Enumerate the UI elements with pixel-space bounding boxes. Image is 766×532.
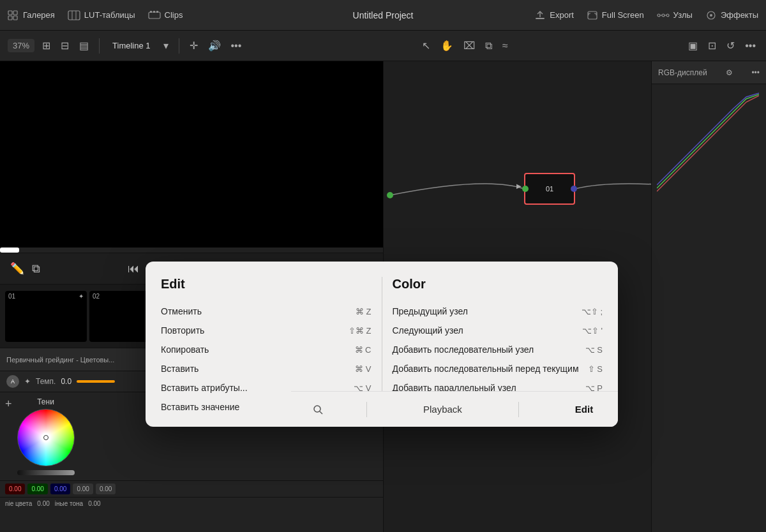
clip-1-marker: ✦ <box>79 293 84 300</box>
nav-export[interactable]: Export <box>534 10 574 20</box>
add-seq-shortcut: ⌥ S <box>585 345 603 355</box>
bottom-strip: nie цвета 0.00 іные тона 0.00 <box>0 497 383 510</box>
shadows-label: Тени <box>37 397 54 406</box>
layers-icon[interactable]: ⧉ <box>483 38 495 54</box>
node-input-dot <box>522 186 529 192</box>
nav-right: Export Full Screen Узлы Эффекты <box>534 10 758 20</box>
video-frame <box>0 71 383 243</box>
node-01[interactable]: 01 <box>524 173 575 205</box>
add-icon[interactable]: + <box>5 397 12 411</box>
cv-g: 0.00 <box>27 484 47 494</box>
copy-shortcut: ⌘ C <box>355 345 372 355</box>
scrubber-bar[interactable] <box>0 248 383 253</box>
menu-item-redo[interactable]: Повторить ⇧⌘ Z <box>161 321 372 340</box>
nav-fullscreen[interactable]: Full Screen <box>587 10 644 20</box>
nav-lut[interactable]: LUT-таблицы <box>68 10 135 20</box>
tool-icon[interactable]: ✏️ <box>10 262 24 276</box>
nav-gallery[interactable]: Галерея <box>8 10 55 20</box>
svg-rect-11 <box>536 18 544 19</box>
preview-icon[interactable]: ▣ <box>686 37 700 54</box>
svg-point-22 <box>314 406 320 412</box>
svg-rect-3 <box>13 16 17 20</box>
fit-icon[interactable]: ⊡ <box>705 37 719 54</box>
more-icon-2[interactable]: ••• <box>742 38 758 54</box>
menu-item-add-seq-before[interactable]: Добавить последовательный перед текущим … <box>393 359 603 378</box>
brightness-slider[interactable] <box>17 470 75 475</box>
shadows-wheel: Тени <box>17 397 75 475</box>
scrubber-handle[interactable] <box>0 248 19 253</box>
rgb-graph <box>652 84 766 212</box>
svg-point-13 <box>657 14 660 17</box>
nav-nodes[interactable]: Узлы <box>657 10 693 20</box>
svg-point-15 <box>666 14 669 17</box>
view-icon-3[interactable]: ▤ <box>77 37 91 54</box>
layers-ctrl-icon[interactable]: ⧉ <box>32 262 40 276</box>
clip-1[interactable]: 01 ✦ <box>5 291 87 342</box>
grading-label: Первичный грейдинг - Цветовы... <box>6 356 114 364</box>
nav-left: Галерея LUT-таблицы Clips <box>8 10 534 20</box>
menu-item-add-seq[interactable]: Добавить последовательный узел ⌥ S <box>393 340 603 359</box>
val-color: 0.00 <box>37 500 49 507</box>
view-icon-2[interactable]: ⊟ <box>58 37 71 54</box>
val-tone: 0.00 <box>88 500 100 507</box>
audio-icon[interactable]: 🔊 <box>206 37 223 54</box>
menu-item-undo[interactable]: Отменить ⌘ Z <box>161 302 372 321</box>
tab-playback[interactable]: Playback <box>410 401 475 417</box>
color-wheel[interactable] <box>17 409 75 466</box>
more-icon[interactable]: ••• <box>751 68 760 77</box>
temp-slider[interactable] <box>77 380 115 383</box>
add-icon-row: + <box>5 397 12 411</box>
blade-icon[interactable]: ⌧ <box>461 37 477 54</box>
move-icon[interactable]: ✛ <box>187 37 200 54</box>
nav-effects[interactable]: Эффекты <box>705 10 758 20</box>
auto-icon[interactable]: A <box>6 375 19 388</box>
view-icon-1[interactable]: ⊞ <box>40 37 53 54</box>
cursor-icon[interactable]: ↖ <box>419 37 433 54</box>
svg-rect-9 <box>153 11 155 13</box>
more-icon-1[interactable]: ••• <box>229 38 244 54</box>
timeline-dropdown[interactable]: ▾ <box>161 37 171 54</box>
nav-clips[interactable]: Clips <box>148 10 183 20</box>
search-icon <box>313 404 323 415</box>
label-tone: іные тона <box>55 500 83 507</box>
menu-item-next-node[interactable]: Следующий узел ⌥⇧ ' <box>393 321 603 340</box>
next-node-shortcut: ⌥⇧ ' <box>582 326 603 336</box>
rgb-graph-svg <box>657 89 759 204</box>
temp-label: Темп. <box>36 377 56 386</box>
node-label: 01 <box>546 185 553 193</box>
zoom-level[interactable]: 37% <box>8 39 34 52</box>
svg-rect-10 <box>156 11 158 13</box>
menu-item-paste[interactable]: Вставить ⌘ V <box>161 359 372 378</box>
wheel-dot <box>43 435 49 440</box>
undo-shortcut: ⌘ Z <box>356 307 372 316</box>
cv-b: 0.00 <box>50 484 70 494</box>
prev-node-shortcut: ⌥⇧ ; <box>582 307 603 316</box>
undo-icon[interactable]: ↺ <box>724 37 737 54</box>
svg-line-23 <box>320 411 322 414</box>
cv-m: 0.00 <box>73 484 93 494</box>
svg-rect-2 <box>8 16 12 20</box>
edit-title: Edit <box>161 277 372 292</box>
transform-icon[interactable]: ≈ <box>500 38 511 54</box>
add-seq-before-shortcut: ⇧ S <box>588 364 603 374</box>
skip-start-icon[interactable]: ⏮ <box>128 262 139 276</box>
svg-point-14 <box>662 14 665 17</box>
color-title: Color <box>393 277 603 292</box>
search-area[interactable] <box>313 404 323 415</box>
pan-icon[interactable]: ✋ <box>438 37 456 54</box>
separator-1 <box>99 38 100 54</box>
menu-item-copy[interactable]: Копировать ⌘ C <box>161 340 372 359</box>
svg-rect-0 <box>8 11 12 15</box>
clip-1-label: 01 <box>8 293 15 300</box>
menu-item-prev-node[interactable]: Предыдущий узел ⌥⇧ ; <box>393 302 603 321</box>
node-output-dot <box>571 186 577 192</box>
tab-edit[interactable]: Edit <box>562 401 606 417</box>
eyedropper-icon[interactable]: ✦ <box>24 377 31 386</box>
settings-icon[interactable]: ⚙ <box>726 68 733 77</box>
svg-rect-4 <box>68 11 80 20</box>
cv-5: 0.00 <box>96 484 116 494</box>
toolbar: 37% ⊞ ⊟ ▤ Timeline 1 ▾ ✛ 🔊 ••• ↖ ✋ ⌧ ⧉ ≈… <box>0 31 766 61</box>
project-title: Untitled Project <box>353 10 414 20</box>
redo-shortcut: ⇧⌘ Z <box>349 326 372 336</box>
color-values-row: 0.00 0.00 0.00 0.00 0.00 <box>0 480 383 497</box>
